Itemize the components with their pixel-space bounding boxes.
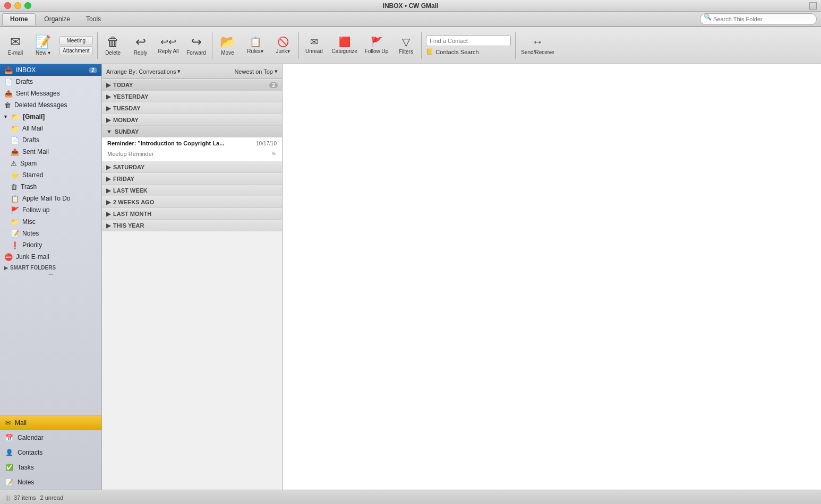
date-group-saturday[interactable]: ▶ SATURDAY [102,161,282,173]
arrange-by-chevron: ▾ [177,68,181,75]
reply-icon: ↩ [135,36,146,48]
misc-icon: 📁 [11,218,19,226]
move-button[interactable]: 📂 Move [215,30,241,62]
nav-item-mail[interactable]: ✉ Mail [0,415,101,430]
search-wrapper: 🔍 [700,13,817,25]
meeting-attachment-group: Meeting Attachment [57,34,95,57]
sidebar-item-spam[interactable]: ⚠ Spam [0,158,101,169]
nav-item-contacts[interactable]: 👤 Contacts [0,445,101,460]
date-group-monday[interactable]: ▶ MONDAY [102,114,282,126]
message-item-top: Reminder: "Introduction to Copyright La.… [107,140,277,146]
last-month-arrow: ▶ [106,211,110,218]
nav-item-tasks[interactable]: ✅ Tasks [0,460,101,475]
nav-item-calendar[interactable]: 📅 Calendar [0,430,101,445]
reply-button[interactable]: ↩ Reply [127,30,154,62]
status-handle[interactable]: ||| [5,494,10,501]
sidebar-item-notes[interactable]: 📝 Notes [0,228,101,239]
status-bar: ||| 37 items 2 unread [0,490,821,504]
sidebar-item-drafts-g[interactable]: 📄 Drafts [0,134,101,146]
contacts-search-button[interactable]: 📒 Contacts Search [426,48,511,55]
sunday-arrow: ▼ [106,128,112,135]
sidebar: 📥 INBOX 2 📄 Drafts 📤 Sent Messages 🗑 Del… [0,64,102,490]
sidebar-item-follow-up[interactable]: 🚩 Follow up [0,204,101,216]
unread-button[interactable]: ✉ Unread [301,30,328,62]
send-receive-button[interactable]: ↔ Send/Receive [518,30,557,62]
drafts-g-icon: 📄 [11,136,19,144]
categorize-button[interactable]: 🟥 Categorize [329,30,361,62]
meeting-button[interactable]: Meeting [59,36,93,45]
sidebar-item-sent-mail[interactable]: 📤 Sent Mail [0,146,101,158]
sidebar-item-priority[interactable]: ❗ Priority [0,239,101,251]
saturday-arrow: ▶ [106,164,110,171]
date-group-sunday[interactable]: ▼ SUNDAY [102,126,282,137]
trash-icon: 🗑 [11,183,18,191]
tasks-nav-icon: ✅ [5,464,13,471]
maximize-button[interactable] [24,2,31,9]
sidebar-gmail-group[interactable]: ▼ 📁 [Gmail] [0,111,101,123]
sent-mail-icon: 📤 [11,148,19,156]
date-group-last-week[interactable]: ▶ LAST WEEK [102,185,282,196]
date-group-this-year[interactable]: ▶ THIS YEAR [102,220,282,231]
forward-icon: ↪ [191,36,202,48]
rules-button[interactable]: 📋 Rules▾ [242,30,269,62]
sidebar-item-inbox[interactable]: 📥 INBOX 2 [0,64,101,76]
close-button[interactable] [4,2,11,9]
starred-icon: ⭐ [11,171,19,179]
new-button[interactable]: 📝 New ▾ [30,30,56,62]
sidebar-item-starred[interactable]: ⭐ Starred [0,169,101,181]
delete-icon: 🗑 [107,36,119,48]
find-contact-input[interactable] [426,36,511,46]
attachment-button[interactable]: Attachment [59,46,93,55]
date-group-today[interactable]: ▶ TODAY 2 [102,79,282,91]
separator-1 [97,32,98,59]
sidebar-item-trash[interactable]: 🗑 Trash [0,181,101,193]
reply-all-button[interactable]: ↩↩ Reply All [155,30,182,62]
junk-button[interactable]: 🚫 Junk▾ [270,30,296,62]
sidebar-resize-handle[interactable]: ••• [0,272,101,276]
contact-search-area: 📒 Contacts Search [424,33,513,57]
date-group-tuesday[interactable]: ▶ TUESDAY [102,102,282,114]
search-icon: 🔍 [704,13,712,21]
forward-button[interactable]: ↪ Forward [183,30,210,62]
tab-organize[interactable]: Organize [37,13,78,25]
sidebar-item-apple-mail-todo[interactable]: 📋 Apple Mail To Do [0,193,101,204]
date-group-yesterday[interactable]: ▶ YESTERDAY [102,91,282,102]
minimize-button[interactable] [14,2,21,9]
gmail-collapse-icon: ▼ [3,114,8,119]
message-subject: Reminder: "Introduction to Copyright La.… [107,140,256,146]
sort-chevron: ▾ [275,68,278,75]
inbox-icon: 📥 [4,66,13,74]
date-group-last-month[interactable]: ▶ LAST MONTH [102,208,282,220]
notes-nav-icon: 📝 [5,479,13,486]
delete-button[interactable]: 🗑 Delete [100,30,126,62]
message-list-header: Arrange By: Conversations ▾ Newest on To… [102,64,282,79]
tab-home[interactable]: Home [2,13,36,25]
date-group-friday[interactable]: ▶ FRIDAY [102,173,282,185]
sidebar-item-junk-email[interactable]: ⛔ Junk E-mail [0,251,101,263]
tab-tools[interactable]: Tools [79,13,108,25]
apple-mail-todo-icon: 📋 [11,195,19,203]
date-group-2-weeks-ago[interactable]: ▶ 2 WEEKS AGO [102,196,282,208]
sidebar-item-sent[interactable]: 📤 Sent Messages [0,88,101,99]
follow-up-folder-icon: 🚩 [11,206,19,214]
sidebar-item-all-mail[interactable]: 📁 All Mail [0,123,101,134]
filters-button[interactable]: ▽ Filters [392,30,419,62]
separator-4 [421,32,422,59]
follow-up-button[interactable]: 🚩 Follow Up [362,30,391,62]
separator-5 [515,32,516,59]
sidebar-item-deleted[interactable]: 🗑 Deleted Messages [0,99,101,111]
deleted-icon: 🗑 [4,101,11,109]
email-button[interactable]: ✉ E-mail [2,30,29,62]
smart-folders-arrow: ▶ [4,265,8,271]
search-input[interactable] [700,13,817,25]
arrange-by-dropdown[interactable]: Arrange By: Conversations ▾ [106,68,181,75]
sort-dropdown[interactable]: Newest on Top ▾ [234,68,278,75]
sidebar-item-misc[interactable]: 📁 Misc [0,216,101,228]
resize-icon[interactable] [809,2,817,10]
sidebar-item-drafts[interactable]: 📄 Drafts [0,76,101,88]
email-icon: ✉ [10,36,21,48]
nav-item-notes[interactable]: 📝 Notes [0,475,101,490]
smart-folders-header[interactable]: ▶ SMART FOLDERS [0,263,101,272]
message-item[interactable]: Reminder: "Introduction to Copyright La.… [102,137,282,161]
last-week-arrow: ▶ [106,187,110,194]
